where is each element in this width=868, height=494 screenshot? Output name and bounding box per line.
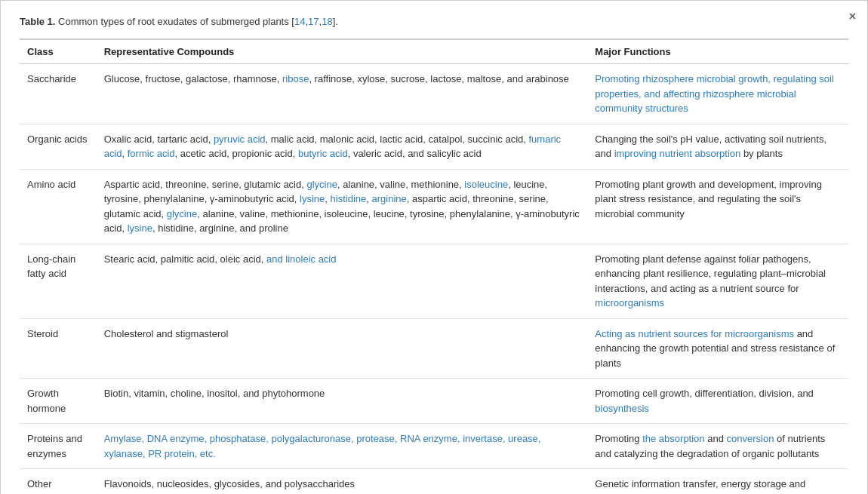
modal-container: × Table 1. Common types of root exudates… [0,0,868,494]
header-major-functions: Major Functions [587,39,848,64]
main-table: Class Representative Compounds Major Fun… [20,38,848,494]
table-row: GrowthhormoneBiotin, vitamin, choline, i… [20,379,848,424]
cell-repr-0: Glucose, fructose, galactose, rhamnose, … [97,64,588,124]
cell-func-0: Promoting rhizosphere microbial growth, … [587,64,848,124]
cell-class-0: Saccharide [20,64,97,124]
header-representative-compounds: Representative Compounds [97,39,588,64]
cell-class-5: Growthhormone [20,379,97,424]
ref-18[interactable]: 18 [322,16,332,27]
cell-repr-2: Aspartic acid, threonine, serine, glutam… [97,169,588,244]
table-row: SteroidCholesterol and stigmasterolActin… [20,318,848,379]
cell-repr-5: Biotin, vitamin, choline, inositol, and … [97,379,588,424]
cell-class-2: Amino acid [20,169,97,244]
table-row: OthercompoundsFlavonoids, nucleosides, g… [20,469,848,495]
cell-func-5: Promoting cell growth, differentiation, … [587,379,848,424]
table-caption: Table 1. Common types of root exudates o… [20,16,848,27]
cell-repr-3: Stearic acid, palmitic acid, oleic acid,… [97,244,588,318]
cell-func-4: Acting as nutrient sources for microorga… [587,318,848,379]
table-row: SaccharideGlucose, fructose, galactose, … [20,64,848,124]
cell-class-4: Steroid [20,318,97,379]
cell-class-7: Othercompounds [20,469,97,495]
ref-17[interactable]: 17 [308,16,319,27]
cell-repr-1: Oxalic acid, tartaric acid, pyruvic acid… [97,124,588,169]
ref-14[interactable]: 14 [294,16,305,27]
cell-func-2: Promoting plant growth and development, … [587,169,848,244]
table-header-row: Class Representative Compounds Major Fun… [20,39,848,64]
table-label: Table 1. [20,16,55,27]
table-row: Long-chainfatty acidStearic acid, palmit… [20,244,848,318]
cell-func-6: Promoting the absorption and conversion … [587,424,848,469]
cell-repr-4: Cholesterol and stigmasterol [97,318,588,379]
cell-func-3: Promoting plant defense against foliar p… [587,244,848,318]
close-button[interactable]: × [849,10,856,23]
cell-class-1: Organic acids [20,124,97,169]
table-row: Amino acidAspartic acid, threonine, seri… [20,169,848,244]
table-row: Organic acidsOxalic acid, tartaric acid,… [20,124,848,169]
cell-repr-7: Flavonoids, nucleosides, glycosides, and… [97,469,588,495]
cell-class-6: Proteins andenzymes [20,424,97,469]
cell-class-3: Long-chainfatty acid [20,244,97,318]
cell-func-1: Changing the soil's pH value, activating… [587,124,848,169]
cell-repr-6: Amylase, DNA enzyme, phosphatase, polyga… [97,424,588,469]
cell-func-7: Genetic information transfer, energy sto… [587,469,848,495]
header-class: Class [20,39,97,64]
table-row: Proteins andenzymesAmylase, DNA enzyme, … [20,424,848,469]
